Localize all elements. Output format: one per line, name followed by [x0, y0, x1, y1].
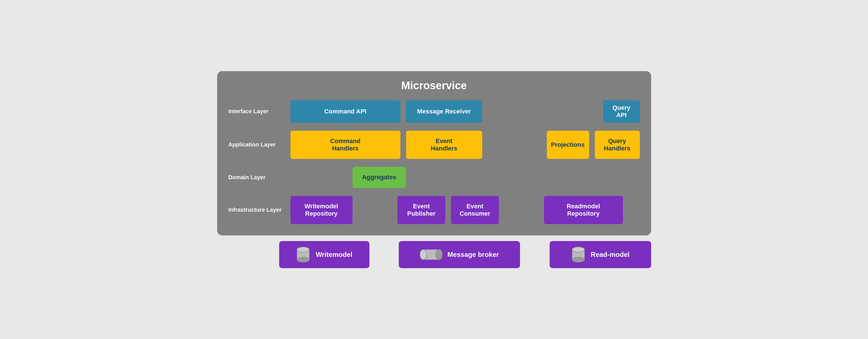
svg-point-10	[572, 257, 585, 262]
event-handlers-box: Event Handlers	[406, 131, 482, 159]
diagram-grid: Interface Layer Command API Message Rece…	[228, 100, 640, 224]
query-handlers-box: Query Handlers	[595, 131, 640, 159]
writemodel-label: Writemodel	[315, 251, 352, 259]
message-broker-box: Message broker	[399, 241, 520, 268]
domain-layer-label: Domain Layer	[228, 167, 290, 188]
application-layer-content: Command Handlers Event Handlers Projecti…	[290, 131, 640, 159]
event-publisher-box: Event Publisher	[397, 196, 445, 224]
svg-point-7	[436, 250, 442, 260]
microservice-diagram: Microservice Interface Layer Command API…	[217, 71, 651, 235]
broker-icon	[420, 248, 442, 261]
writemodel-db-icon	[296, 246, 310, 263]
application-layer-label: Application Layer	[228, 131, 290, 159]
writemodel-box: Writemodel	[279, 241, 369, 268]
svg-point-6	[420, 250, 427, 260]
aggregates-box: Aggregates	[352, 167, 406, 188]
infrastructure-layer-content: Writemodel Repository Event Publisher Ev…	[290, 196, 640, 224]
read-model-label: Read-model	[591, 251, 629, 259]
interface-layer-content: Command API Message Receiver Query API	[290, 100, 640, 123]
infrastructure-layer-label: Infrastructure Layer	[228, 196, 290, 224]
main-title: Microservice	[228, 80, 640, 92]
writemodel-repository-box: Writemodel Repository	[290, 196, 352, 224]
domain-layer-content: Aggregates	[290, 167, 640, 188]
svg-point-2	[297, 257, 309, 262]
message-receiver-box: Message Receiver	[406, 100, 482, 123]
message-broker-label: Message broker	[447, 251, 499, 259]
command-api-box: Command API	[290, 100, 400, 123]
interface-layer-label: Interface Layer	[228, 100, 290, 123]
bottom-spacer-1	[375, 241, 393, 268]
bottom-row: Writemodel Message broker Read-model	[217, 241, 651, 268]
read-model-box: Read-model	[550, 241, 651, 268]
svg-point-11	[572, 247, 585, 252]
readmodel-db-icon	[571, 246, 586, 263]
svg-point-3	[297, 247, 309, 252]
page-wrapper: Microservice Interface Layer Command API…	[217, 71, 651, 268]
query-api-box: Query API	[603, 100, 640, 123]
readmodel-repository-box: Readmodel Repository	[544, 196, 623, 224]
projections-box: Projections	[547, 131, 589, 159]
command-handlers-box: Command Handlers	[290, 131, 400, 159]
bottom-spacer-2	[526, 241, 544, 268]
event-consumer-box: Event Consumer	[451, 196, 499, 224]
